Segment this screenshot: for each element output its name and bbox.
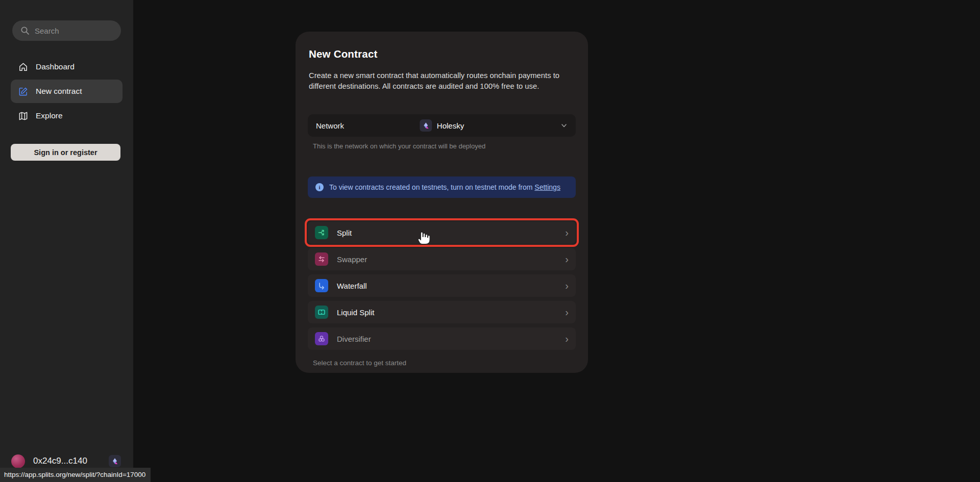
sidebar: Search Dashboard New contract — [0, 0, 133, 482]
split-arrows-icon — [315, 226, 328, 239]
info-icon: i — [315, 183, 324, 191]
modal-title: New Contract — [309, 48, 576, 60]
banner-text: To view contracts created on testnets, t… — [329, 183, 560, 191]
contract-row-waterfall-wrap: Waterfall › — [308, 274, 576, 297]
sidebar-item-label: Explore — [36, 111, 63, 120]
contract-row-label: Waterfall — [337, 282, 367, 290]
network-ethereum-icon[interactable] — [109, 455, 121, 467]
contract-row-label: Split — [337, 229, 352, 237]
contract-row[interactable]: Liquid Split › — [308, 301, 576, 323]
contract-row-liquid-split-wrap: Liquid Split › — [308, 301, 576, 323]
network-name: Holesky — [437, 121, 464, 130]
contract-row-label: Liquid Split — [337, 308, 374, 317]
contract-row-split-wrap: Split › — [308, 221, 576, 244]
network-helper-text: This is the network on which your contra… — [313, 142, 576, 150]
contract-row[interactable]: Diversifier › — [308, 327, 576, 350]
chevron-down-icon — [560, 122, 568, 129]
swap-arrows-icon — [315, 252, 328, 266]
status-url-bar: https://app.splits.org/new/split/?chainI… — [0, 468, 151, 482]
list-footer-text: Select a contract to get started — [313, 359, 576, 367]
sidebar-nav: Dashboard New contract Explore — [11, 55, 122, 128]
modal-description: Create a new smart contract that automat… — [309, 70, 575, 92]
contract-row[interactable]: Waterfall › — [308, 274, 576, 297]
contract-row[interactable]: Split › — [308, 221, 576, 244]
contract-row-diversifier-wrap: Diversifier › — [308, 327, 576, 350]
contract-row[interactable]: Swapper › — [308, 248, 576, 270]
sidebar-item-label: Dashboard — [36, 62, 75, 71]
search-input[interactable]: Search — [12, 20, 121, 41]
wallet-row[interactable]: 0x24c9...c140 — [0, 453, 133, 469]
wallet-address: 0x24c9...c140 — [33, 456, 87, 466]
chevron-right-icon: › — [565, 307, 569, 317]
chevron-right-icon: › — [565, 281, 569, 291]
home-icon — [18, 62, 28, 72]
sidebar-item-explore[interactable]: Explore — [11, 104, 122, 128]
testnet-info-banner: i To view contracts created on testnets,… — [308, 176, 576, 198]
map-icon — [18, 111, 28, 121]
network-select[interactable]: Network Holesky — [308, 114, 576, 137]
chevron-right-icon: › — [565, 334, 569, 344]
settings-link[interactable]: Settings — [534, 183, 560, 191]
holesky-network-icon — [420, 119, 432, 132]
chevron-right-icon: › — [565, 227, 569, 238]
sign-in-button[interactable]: Sign in or register — [11, 144, 120, 161]
contract-row-label: Diversifier — [337, 335, 371, 343]
sidebar-item-label: New contract — [36, 87, 82, 96]
contract-row-swapper-wrap: Swapper › — [308, 248, 576, 270]
avatar — [11, 454, 25, 468]
contract-row-label: Swapper — [337, 255, 367, 264]
network-select-label: Network — [316, 121, 344, 130]
waterfall-arrow-icon — [315, 279, 328, 292]
chevron-right-icon: › — [565, 254, 569, 264]
search-placeholder: Search — [35, 27, 59, 35]
new-contract-modal: New Contract Create a new smart contract… — [296, 32, 588, 373]
sidebar-item-dashboard[interactable]: Dashboard — [11, 55, 122, 79]
ticket-icon — [315, 306, 328, 319]
sidebar-item-new-contract[interactable]: New contract — [11, 80, 122, 103]
search-icon — [20, 26, 30, 35]
contract-list: Split › Swapper › — [308, 221, 576, 350]
pencil-icon — [18, 86, 28, 96]
network-select-value: Holesky — [420, 119, 464, 132]
molecule-icon — [315, 332, 328, 345]
